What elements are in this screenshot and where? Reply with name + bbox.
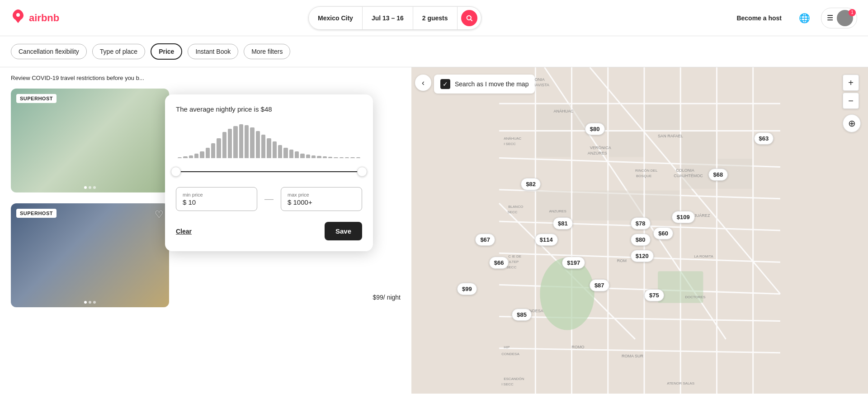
price-pin-2[interactable]: $82 — [521, 178, 541, 190]
histogram-bar — [239, 124, 243, 158]
slider-handle-min[interactable] — [171, 167, 181, 177]
price-pin-6[interactable]: $109 — [672, 211, 695, 223]
histogram-bar — [334, 157, 338, 158]
price-pin-9[interactable]: $67 — [475, 234, 495, 246]
svg-text:BLANCO: BLANCO — [508, 205, 523, 209]
dates-search[interactable]: Jul 13 – 16 — [363, 7, 413, 29]
histogram-bar — [200, 151, 204, 158]
histogram-bar — [317, 156, 321, 158]
user-menu[interactable]: ☰ 1 — [821, 8, 857, 28]
zoom-in-button[interactable]: + — [843, 75, 859, 91]
superhost-badge: SUPERHOST — [16, 94, 57, 103]
more-filters-btn[interactable]: More filters — [244, 44, 290, 59]
svg-rect-29 — [681, 131, 716, 188]
locate-button[interactable]: ⊕ — [843, 114, 861, 132]
price-filter-btn[interactable]: Price — [151, 43, 182, 60]
min-price-value: $ 10 — [183, 198, 250, 206]
wishlist-button-2[interactable]: ♡ — [155, 209, 164, 220]
type-of-place-filter-btn[interactable]: Type of place — [92, 44, 145, 59]
listing-price-2: $99/ night — [373, 292, 401, 302]
svg-text:CUAUHTÉMOC: CUAUHTÉMOC — [674, 174, 703, 178]
price-pin-11[interactable]: $66 — [489, 257, 509, 269]
location-search[interactable]: Mexico City — [309, 7, 363, 29]
price-pin-12[interactable]: $197 — [562, 257, 585, 269]
svg-line-1 — [471, 19, 472, 21]
svg-text:ANÁHUAC: ANÁHUAC — [553, 109, 574, 113]
price-pin-13[interactable]: $120 — [631, 250, 654, 262]
price-pin-8[interactable]: $80 — [631, 234, 651, 246]
svg-text:HIP: HIP — [504, 345, 509, 349]
notification-badge: 1 — [849, 9, 856, 16]
guests-search[interactable]: 2 guests — [413, 7, 458, 29]
become-host-link[interactable]: Become a host — [730, 10, 788, 26]
superhost-badge-2: SUPERHOST — [16, 209, 57, 218]
price-pin-0[interactable]: $80 — [585, 123, 605, 135]
clear-button[interactable]: Clear — [176, 228, 192, 235]
header: airbnb Mexico City Jul 13 – 16 2 guests … — [0, 0, 868, 36]
dot2-1 — [84, 301, 87, 304]
zoom-out-button[interactable]: − — [843, 93, 859, 109]
search-button[interactable] — [461, 10, 477, 26]
logo-text: airbnb — [29, 12, 59, 24]
svg-text:C IE DE: C IE DE — [508, 254, 521, 258]
price-pin-3[interactable]: $68 — [708, 169, 728, 181]
price-pin-5[interactable]: $78 — [631, 217, 651, 230]
svg-rect-32 — [573, 191, 643, 220]
listing-photo-2 — [11, 203, 169, 307]
histogram-bar — [323, 156, 327, 158]
min-price-input[interactable]: min price $ 10 — [176, 187, 257, 211]
svg-text:ANZÚRES: ANZÚRES — [588, 151, 607, 155]
svg-text:DOCTORES: DOCTORES — [685, 295, 705, 299]
header-right: Become a host 🌐 ☰ 1 — [730, 8, 857, 28]
language-button[interactable]: 🌐 — [795, 9, 814, 27]
price-inputs: min price $ 10 — max price $ 1000+ — [176, 187, 362, 211]
price-pin-14[interactable]: $99 — [457, 283, 477, 295]
search-as-move-toggle[interactable]: ✓ Search as I move the map — [434, 75, 535, 94]
svg-text:ULTEP: ULTEP — [507, 260, 519, 264]
dot-3 — [93, 186, 96, 189]
avg-price-text: The average nightly price is $48 — [176, 105, 362, 113]
histogram-bar — [340, 157, 344, 158]
cancellation-filter-btn[interactable]: Cancellation flexibility — [11, 44, 87, 59]
svg-point-0 — [467, 15, 471, 19]
logo[interactable]: airbnb — [11, 9, 59, 27]
listing-photo — [11, 89, 169, 192]
collapse-map-button[interactable]: ‹ — [415, 75, 431, 91]
map-panel: COLONIA BUENAVISTA ANÁHUAC ANÁHUAC I SEC… — [411, 67, 868, 394]
histogram-bar — [250, 127, 254, 158]
svg-text:BOSQUE: BOSQUE — [636, 174, 651, 178]
dot2-2 — [89, 301, 91, 304]
dot2-3 — [93, 301, 96, 304]
search-move-checkbox: ✓ — [440, 79, 450, 89]
airbnb-logo-icon — [11, 9, 25, 27]
image-dots-2 — [84, 301, 96, 304]
max-price-input[interactable]: max price $ 1000+ — [281, 187, 362, 211]
price-pin-10[interactable]: $114 — [535, 234, 558, 246]
price-pin-4[interactable]: $81 — [553, 217, 573, 230]
price-pin-1[interactable]: $63 — [754, 132, 774, 145]
menu-icon: ☰ — [827, 14, 833, 22]
search-bar: Mexico City Jul 13 – 16 2 guests — [308, 6, 481, 30]
price-pin-15[interactable]: $87 — [590, 279, 609, 291]
price-pin-7[interactable]: $60 — [653, 227, 673, 239]
histogram-bar — [261, 135, 265, 158]
histogram-bar — [350, 157, 354, 158]
histogram-bar — [178, 157, 182, 158]
histogram-bar — [211, 143, 215, 158]
popup-footer: Clear Save — [176, 222, 362, 240]
price-pin-16[interactable]: $75 — [644, 289, 664, 301]
svg-text:COLONIA: COLONIA — [676, 168, 694, 173]
min-price-label: min price — [183, 192, 250, 197]
save-button[interactable]: Save — [325, 222, 362, 240]
main-content: Review COVID-19 travel restrictions befo… — [0, 67, 868, 394]
svg-text:RINCÓN DEL: RINCÓN DEL — [635, 169, 658, 173]
map-background: COLONIA BUENAVISTA ANÁHUAC ANÁHUAC I SEC… — [411, 67, 868, 394]
slider-handle-max[interactable] — [357, 167, 367, 177]
histogram-bar — [245, 125, 249, 158]
histogram-bar — [295, 151, 299, 158]
instant-book-filter-btn[interactable]: Instant Book — [188, 44, 238, 59]
histogram-bar — [217, 138, 221, 158]
svg-text:ESCANDÓN: ESCANDÓN — [504, 377, 524, 381]
price-pin-17[interactable]: $85 — [512, 309, 532, 321]
histogram-bar — [206, 148, 210, 158]
